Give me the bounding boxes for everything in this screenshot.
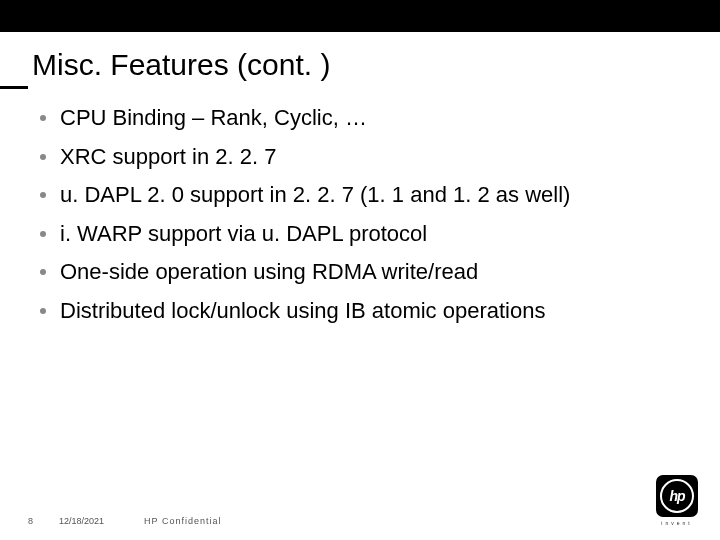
bullet-item: Distributed lock/unlock using IB atomic … (40, 297, 680, 326)
bullet-icon (40, 231, 46, 237)
bullet-text: Distributed lock/unlock using IB atomic … (60, 297, 545, 326)
bullet-item: u. DAPL 2. 0 support in 2. 2. 7 (1. 1 an… (40, 181, 680, 210)
footer: 8 12/18/2021 HP Confidential (28, 516, 221, 526)
bullet-text: One-side operation using RDMA write/read (60, 258, 478, 287)
bullet-item: CPU Binding – Rank, Cyclic, … (40, 104, 680, 133)
bullet-icon (40, 308, 46, 314)
page-number: 8 (28, 516, 33, 526)
hp-logo-text: hp (660, 479, 694, 513)
bullet-item: One-side operation using RDMA write/read (40, 258, 680, 287)
slide: Misc. Features (cont. ) CPU Binding – Ra… (0, 0, 720, 540)
bullet-item: XRC support in 2. 2. 7 (40, 143, 680, 172)
hp-logo-block: hp invent (656, 475, 698, 526)
bullet-text: u. DAPL 2. 0 support in 2. 2. 7 (1. 1 an… (60, 181, 570, 210)
bullet-icon (40, 192, 46, 198)
bullet-text: i. WARP support via u. DAPL protocol (60, 220, 427, 249)
title-underline (0, 86, 28, 89)
content-area: CPU Binding – Rank, Cyclic, … XRC suppor… (40, 104, 680, 336)
footer-confidential: HP Confidential (144, 516, 221, 526)
hp-logo-icon: hp (656, 475, 698, 517)
bullet-item: i. WARP support via u. DAPL protocol (40, 220, 680, 249)
footer-date: 12/18/2021 (59, 516, 104, 526)
top-strip (0, 0, 720, 32)
bullet-icon (40, 269, 46, 275)
hp-logo-sub: invent (656, 520, 698, 526)
bullet-icon (40, 154, 46, 160)
bullet-text: CPU Binding – Rank, Cyclic, … (60, 104, 367, 133)
bullet-icon (40, 115, 46, 121)
slide-title: Misc. Features (cont. ) (32, 48, 330, 82)
bullet-text: XRC support in 2. 2. 7 (60, 143, 276, 172)
